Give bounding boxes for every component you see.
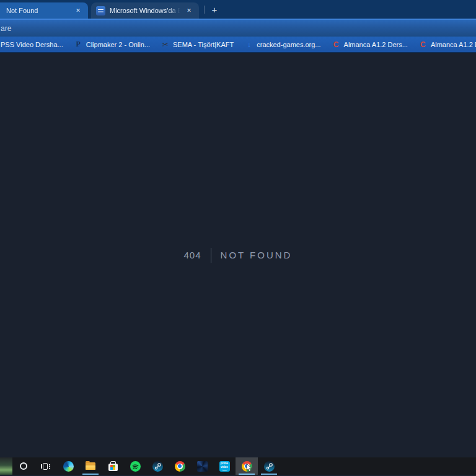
desktop-thumbnail-partial[interactable]: [0, 457, 12, 475]
page-content: 404 NOT FOUND: [0, 53, 476, 457]
download-arrow-icon: ↓: [244, 40, 253, 49]
error-code: 404: [184, 250, 201, 260]
error-message: NOT FOUND: [221, 250, 293, 260]
prime-video-icon: prime video: [219, 461, 230, 472]
mouse-cursor-icon: [246, 464, 253, 472]
bookmark-clipmaker[interactable]: P Clipmaker 2 - Onlin...: [74, 40, 150, 49]
bookmark-pss-video[interactable]: PSS Video Dersha...: [1, 41, 63, 48]
running-indicator: [261, 474, 277, 475]
bookmark-almanca-2[interactable]: C Almanca A1.2 Ders...: [418, 40, 476, 49]
new-tab-button[interactable]: +: [208, 3, 221, 15]
red-c-icon: C: [332, 40, 341, 49]
bookmark-label: Almanca A1.2 Ders...: [344, 41, 408, 48]
taskbar-dark-app-button[interactable]: [191, 457, 213, 475]
bookmark-label: Clipmaker 2 - Onlin...: [86, 41, 150, 48]
microsoft-store-icon: [108, 464, 118, 471]
bookmark-sema-kaft[interactable]: ✂ SEMA - Tişört|KAFT: [161, 40, 234, 49]
scissors-icon: ✂: [161, 40, 170, 49]
tab-title: Not Found: [6, 7, 69, 14]
steam-icon: [264, 461, 275, 472]
close-icon[interactable]: ✕: [73, 6, 83, 15]
file-explorer-icon: [86, 462, 95, 470]
taskbar-steam-button[interactable]: [146, 457, 169, 475]
red-c-icon: C: [418, 40, 428, 49]
tab-separator: [204, 6, 205, 14]
close-icon[interactable]: ✕: [184, 6, 194, 15]
browser-window: Not Found ✕ Microsoft Windows'da Ekran G…: [0, 0, 476, 457]
spotify-icon: [130, 461, 141, 472]
error-divider: [211, 248, 211, 263]
bookmark-label: SEMA - Tişört|KAFT: [173, 41, 234, 48]
taskbar-prime-video-button[interactable]: prime video: [213, 457, 236, 475]
tab-not-found[interactable]: Not Found ✕: [0, 2, 88, 19]
taskbar-steam-running-button[interactable]: [258, 457, 280, 475]
dark-app-icon: [197, 461, 208, 472]
error-404-block: 404 NOT FOUND: [184, 248, 293, 263]
running-indicator: [239, 474, 255, 475]
p-letter-icon: P: [74, 40, 83, 49]
taskbar-file-explorer-button[interactable]: [79, 457, 102, 475]
browser-toolbar: are: [0, 19, 476, 37]
bookmark-almanca-1[interactable]: C Almanca A1.2 Ders...: [332, 40, 408, 49]
taskbar-chrome-button[interactable]: [169, 457, 191, 475]
taskbar-chrome-active-button[interactable]: [236, 457, 258, 475]
edge-icon: [63, 461, 74, 472]
tab-strip: Not Found ✕ Microsoft Windows'da Ekran G…: [0, 0, 476, 19]
bookmark-label: PSS Video Dersha...: [1, 41, 63, 48]
steam-icon: [152, 461, 163, 472]
bookmark-cracked-games[interactable]: ↓ cracked-games.org...: [244, 40, 320, 49]
taskbar-task-view-button[interactable]: [35, 457, 57, 475]
search-icon: [20, 462, 27, 470]
taskbar-store-button[interactable]: [102, 457, 124, 475]
chrome-icon: [175, 461, 185, 472]
windows-taskbar: prime video: [0, 457, 476, 475]
task-view-icon: [41, 462, 51, 470]
taskbar-search-button[interactable]: [12, 457, 35, 475]
address-partial-text: are: [1, 24, 11, 33]
running-indicator: [82, 474, 99, 475]
tab-title: Microsoft Windows'da Ekran Gö: [110, 7, 180, 14]
bookmarks-bar: PSS Video Dersha... P Clipmaker 2 - Onli…: [0, 37, 476, 53]
taskbar-edge-button[interactable]: [57, 457, 79, 475]
microsoft-support-favicon-icon: [96, 6, 105, 15]
bookmark-label: cracked-games.org...: [257, 41, 320, 48]
tab-microsoft-windows[interactable]: Microsoft Windows'da Ekran Gö ✕: [91, 2, 199, 19]
taskbar-spotify-button[interactable]: [124, 457, 146, 475]
bookmark-label: Almanca A1.2 Ders...: [431, 41, 476, 48]
